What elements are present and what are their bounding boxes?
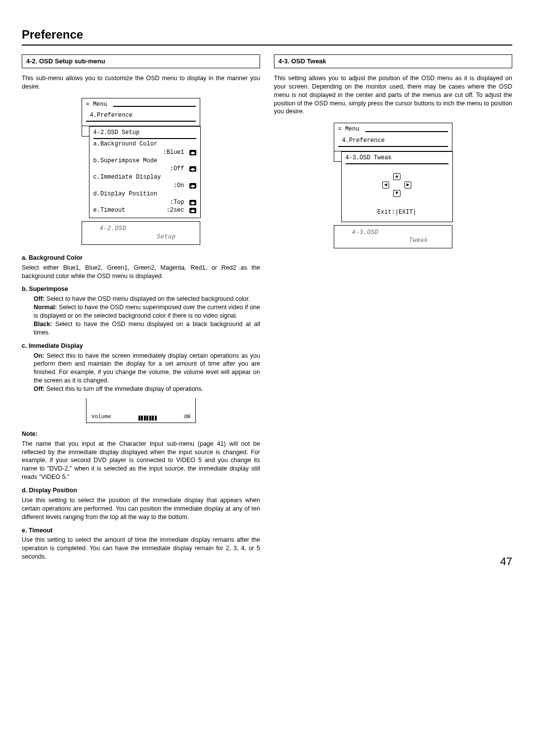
menu-level2: 4-2.OSD Setup	[93, 129, 196, 137]
b-off-body: Select to have the OSD menu displayed on…	[46, 295, 250, 302]
volume-unit: dB	[184, 413, 190, 421]
menu-item-timeout: e.Timeout	[93, 206, 126, 215]
right-column: 4-3. OSD Tweak This setting allows you t…	[274, 54, 512, 566]
menu-item-disppos: d.Display Position	[93, 190, 158, 198]
tweak-menu-top: = Menu	[338, 125, 359, 134]
c-on-label: On:	[34, 352, 44, 359]
c-heading: c. Immediate Display	[22, 342, 260, 350]
up-arrow-icon: ▲	[393, 173, 400, 180]
b-heading: b. Superimpose	[22, 285, 260, 293]
tweak-exit-label: Exit:|EXIT|	[346, 208, 448, 217]
tweak-menu-level1: 4.Preference	[338, 137, 448, 145]
b-normal-body: Select to have the OSD menu superimposed…	[34, 304, 260, 319]
d-body: Use this setting to select the position …	[22, 496, 260, 521]
b-off-label: Off:	[34, 295, 44, 302]
c-off-label: Off:	[34, 385, 44, 392]
left-right-arrow-icon: ◂▸	[189, 208, 196, 213]
e-body: Use this setting to select the amount of…	[22, 536, 260, 561]
page-number: 47	[500, 554, 512, 569]
a-body: Select either Blue1, Blue2, Green1, Gree…	[22, 264, 260, 281]
volume-bars-icon	[138, 416, 157, 421]
volume-display-diagram: Volume dB	[86, 398, 196, 423]
tweak-footer-line2: Tweak	[338, 236, 448, 245]
menu-level1: 4.Preference	[86, 111, 196, 120]
left-right-arrow-icon: ◂▸	[189, 200, 196, 205]
left-right-arrow-icon: ◂▸	[189, 150, 196, 155]
a-heading: a. Background Color	[22, 254, 260, 262]
b-black-label: Black:	[34, 321, 52, 328]
b-black-body: Select to have the OSD menu displayed on…	[34, 321, 260, 336]
menu-footer-line1: 4-2.OSD	[86, 225, 196, 233]
menu-value-bgcolor: :Blue1	[93, 148, 186, 157]
note-heading: Note:	[22, 430, 260, 438]
osd-tweak-heading: 4-3. OSD Tweak	[274, 54, 512, 68]
menu-value-timeout: :2sec	[128, 206, 186, 215]
c-on-body: Select this to have the screen immediate…	[34, 352, 260, 384]
menu-value-disppos: :Top	[93, 198, 186, 207]
osd-setup-intro: This sub-menu allows you to customize th…	[22, 74, 260, 91]
b-normal-label: Normal:	[34, 304, 57, 311]
osd-setup-menu-diagram: = Menu 4.Preference 4-2.OSD Setup a.Back…	[22, 98, 260, 245]
note-body: The name that you input at the Character…	[22, 440, 260, 481]
osd-setup-heading: 4-2. OSD Setup sub-menu	[22, 54, 260, 68]
down-arrow-icon: ▼	[393, 190, 400, 197]
menu-value-immediate: :On	[93, 182, 186, 190]
volume-label: Volume	[91, 413, 111, 421]
left-column: 4-2. OSD Setup sub-menu This sub-menu al…	[22, 54, 260, 566]
osd-tweak-menu-diagram: = Menu 4.Preference 4-3.OSD Tweak ▲ ◀	[274, 123, 512, 248]
d-heading: d. Display Position	[22, 486, 260, 495]
menu-item-immediate: c.Immediate Display	[93, 173, 161, 182]
page-title: Preference	[22, 27, 512, 46]
left-right-arrow-icon: ◂▸	[189, 166, 196, 172]
tweak-footer-line1: 4-3.OSD	[338, 229, 448, 237]
menu-top-label: = Menu	[86, 100, 107, 109]
tweak-menu-level2: 4-3.OSD Tweak	[346, 154, 448, 162]
right-arrow-icon: ▶	[404, 182, 411, 189]
osd-tweak-intro: This setting allows you to adjust the po…	[274, 74, 512, 116]
e-heading: e. Timeout	[22, 526, 260, 535]
left-arrow-icon: ◀	[382, 182, 389, 189]
menu-item-bgcolor: a.Background Color	[93, 140, 158, 148]
menu-value-superimpose: :Off	[93, 165, 186, 173]
c-off-body: Select this to turn off the immediate di…	[46, 385, 203, 392]
menu-item-superimpose: b.Superimpose Mode	[93, 157, 158, 165]
left-right-arrow-icon: ◂▸	[189, 183, 196, 189]
menu-footer-line2: Setup	[86, 233, 196, 241]
